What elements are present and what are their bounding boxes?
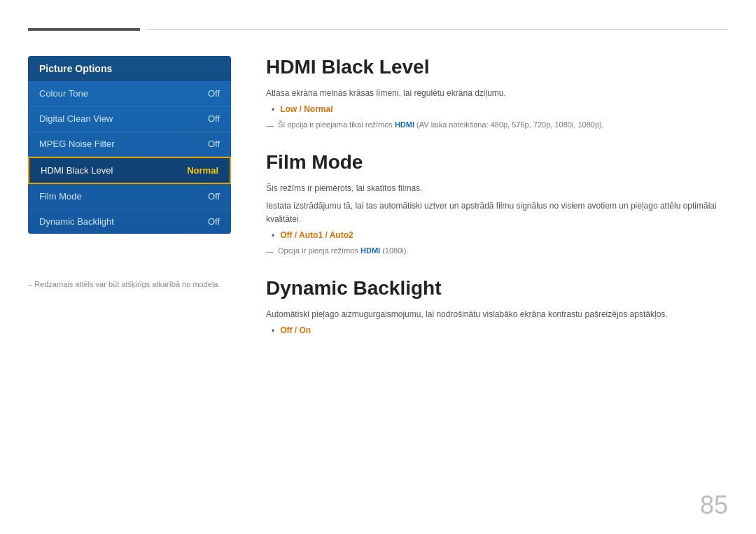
sidebar-item-value: Off <box>208 113 220 124</box>
sidebar-title: Picture Options <box>28 56 231 81</box>
sidebar-item-label: Dynamic Backlight <box>39 216 114 227</box>
film-mode-bullet: • Off / Auto1 / Auto2 <box>272 230 728 241</box>
top-line-light <box>146 29 728 30</box>
dynamic-backlight-title: Dynamic Backlight <box>266 277 728 300</box>
hdmi-black-level-title: HDMI Black Level <box>266 56 728 78</box>
page-number: 85 <box>700 491 728 520</box>
hdmi-label: HDMI <box>395 120 414 129</box>
film-mode-note: — Opcija ir pieeja režīmos HDMI (1080i). <box>266 245 728 258</box>
dynamic-backlight-options: Off / On <box>280 325 311 335</box>
section-hdmi-black-level: HDMI Black Level Atlasa ekrāna melnās kr… <box>266 56 728 132</box>
film-mode-options: Off / Auto1 / Auto2 <box>280 230 353 240</box>
hdmi-label: HDMI <box>360 246 380 255</box>
hdmi-black-level-note: — Šī opcija ir pieejama tikai režīmos HD… <box>266 119 728 132</box>
sidebar-item-label: Colour Tone <box>39 88 88 99</box>
dynamic-backlight-desc: Automātiski pieļago aizmugurgaismojumu, … <box>266 308 728 321</box>
sidebar-item-label: Film Mode <box>39 191 82 202</box>
sidebar-item-colour-tone[interactable]: Colour Tone Off <box>28 81 231 106</box>
note-dash: — <box>266 246 274 258</box>
sidebar-item-mpeg-noise-filter[interactable]: MPEG Noise Filter Off <box>28 132 231 157</box>
note-text: Šī opcija ir pieejama tikai režīmos HDMI… <box>278 119 604 131</box>
hdmi-black-level-desc: Atlasa ekrāna melnās krāsas līmeni, lai … <box>266 87 728 100</box>
sidebar-item-hdmi-black-level[interactable]: HDMI Black Level Normal <box>28 157 231 184</box>
bullet-dot: • <box>272 231 274 241</box>
bullet-dot: • <box>272 105 274 115</box>
sidebar-note: – Redzamais attēls var būt atšķirīgs atk… <box>28 280 231 288</box>
sidebar-item-label: HDMI Black Level <box>41 165 113 176</box>
note-dash: — <box>266 120 274 132</box>
top-line-dark <box>28 28 140 31</box>
film-mode-title: Film Mode <box>266 151 728 174</box>
dynamic-backlight-bullet: • Off / On <box>272 325 728 336</box>
sidebar-item-label: Digital Clean View <box>39 113 113 124</box>
sidebar-item-value: Off <box>208 139 220 149</box>
top-decorative-lines <box>28 28 728 31</box>
hdmi-black-level-bullet: • Low / Normal <box>272 104 728 115</box>
hdmi-black-level-options: Low / Normal <box>280 104 332 114</box>
sidebar-item-film-mode[interactable]: Film Mode Off <box>28 184 231 209</box>
sidebar-item-value: Off <box>208 88 220 99</box>
section-dynamic-backlight: Dynamic Backlight Automātiski pieļago ai… <box>266 277 728 336</box>
film-mode-desc1: Šis režīms ir piemērots, lai skatītos fi… <box>266 182 728 195</box>
film-mode-desc2: Iestata izstrādājumu tā, lai tas automāt… <box>266 199 728 226</box>
bullet-dot: • <box>272 326 274 336</box>
main-content: HDMI Black Level Atlasa ekrāna melnās kr… <box>266 56 728 506</box>
section-film-mode: Film Mode Šis režīms ir piemērots, lai s… <box>266 151 728 258</box>
note-text: Opcija ir pieeja režīmos HDMI (1080i). <box>278 245 408 257</box>
sidebar-item-value: Off <box>208 191 220 202</box>
sidebar-item-dynamic-backlight[interactable]: Dynamic Backlight Off <box>28 209 231 234</box>
sidebar-item-value: Normal <box>187 165 218 176</box>
sidebar-picture-options: Picture Options Colour Tone Off Digital … <box>28 56 231 234</box>
sidebar-item-label: MPEG Noise Filter <box>39 139 115 149</box>
sidebar-item-digital-clean-view[interactable]: Digital Clean View Off <box>28 106 231 132</box>
sidebar-item-value: Off <box>208 216 220 227</box>
